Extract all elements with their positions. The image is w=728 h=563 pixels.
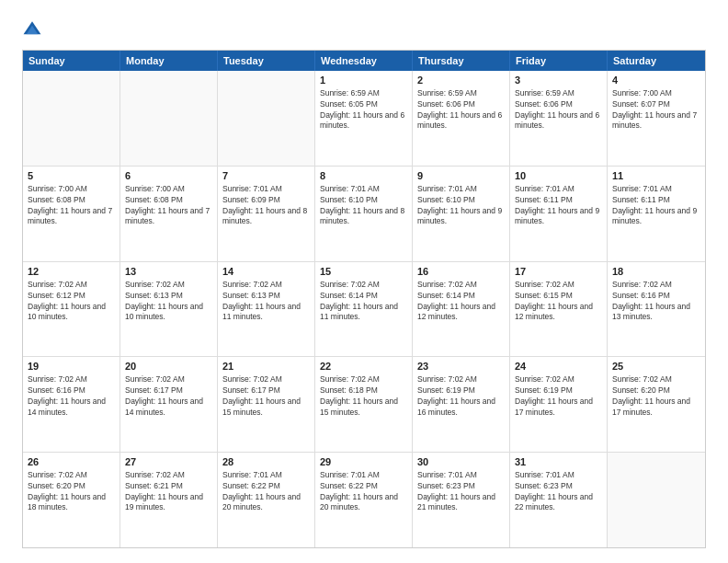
sunrise-text: Sunrise: 7:00 AM xyxy=(125,184,212,194)
sunrise-text: Sunrise: 7:01 AM xyxy=(612,184,700,194)
sunset-text: Sunset: 6:14 PM xyxy=(417,291,505,301)
calendar-row-2: 12Sunrise: 7:02 AMSunset: 6:12 PMDayligh… xyxy=(23,262,705,358)
daylight-text: Daylight: 11 hours and 9 minutes. xyxy=(417,206,505,226)
calendar-cell-day-22: 22Sunrise: 7:02 AMSunset: 6:18 PMDayligh… xyxy=(315,357,413,452)
day-number: 14 xyxy=(222,266,310,277)
day-number: 6 xyxy=(125,170,212,181)
daylight-text: Daylight: 11 hours and 16 minutes. xyxy=(417,396,505,417)
day-number: 3 xyxy=(515,75,602,86)
sunrise-text: Sunrise: 7:02 AM xyxy=(28,374,115,385)
day-number: 30 xyxy=(417,456,505,467)
daylight-text: Daylight: 11 hours and 15 minutes. xyxy=(222,396,310,417)
weekday-header-sunday: Sunday xyxy=(23,51,120,71)
daylight-text: Daylight: 11 hours and 17 minutes. xyxy=(612,396,700,417)
calendar-row-3: 19Sunrise: 7:02 AMSunset: 6:16 PMDayligh… xyxy=(23,357,705,453)
day-number: 17 xyxy=(515,266,602,277)
sunrise-text: Sunrise: 7:01 AM xyxy=(222,184,310,194)
calendar-cell-day-4: 4Sunrise: 7:00 AMSunset: 6:07 PMDaylight… xyxy=(608,71,705,166)
sunset-text: Sunset: 6:12 PM xyxy=(28,291,115,301)
sunrise-text: Sunrise: 7:01 AM xyxy=(320,184,407,194)
calendar-cell-day-18: 18Sunrise: 7:02 AMSunset: 6:16 PMDayligh… xyxy=(608,262,705,357)
sunset-text: Sunset: 6:09 PM xyxy=(222,195,310,205)
calendar-cell-day-23: 23Sunrise: 7:02 AMSunset: 6:19 PMDayligh… xyxy=(413,357,510,452)
calendar-cell-day-25: 25Sunrise: 7:02 AMSunset: 6:20 PMDayligh… xyxy=(608,357,705,452)
sunrise-text: Sunrise: 7:01 AM xyxy=(320,470,407,480)
day-number: 8 xyxy=(320,170,407,181)
daylight-text: Daylight: 11 hours and 9 minutes. xyxy=(612,206,700,226)
weekday-header-saturday: Saturday xyxy=(608,51,705,71)
sunrise-text: Sunrise: 7:02 AM xyxy=(320,374,407,385)
calendar-cell-day-31: 31Sunrise: 7:01 AMSunset: 6:23 PMDayligh… xyxy=(510,453,608,547)
sunrise-text: Sunrise: 7:02 AM xyxy=(417,280,505,290)
sunrise-text: Sunrise: 7:02 AM xyxy=(515,374,602,385)
daylight-text: Daylight: 11 hours and 14 minutes. xyxy=(125,396,212,417)
daylight-text: Daylight: 11 hours and 22 minutes. xyxy=(515,492,602,512)
day-number: 26 xyxy=(28,456,115,467)
sunrise-text: Sunrise: 7:02 AM xyxy=(320,280,407,290)
daylight-text: Daylight: 11 hours and 13 minutes. xyxy=(612,302,700,322)
calendar-body: 1Sunrise: 6:59 AMSunset: 6:05 PMDaylight… xyxy=(23,71,705,547)
day-number: 18 xyxy=(612,266,700,277)
sunset-text: Sunset: 6:10 PM xyxy=(417,195,505,205)
calendar-cell-day-30: 30Sunrise: 7:01 AMSunset: 6:23 PMDayligh… xyxy=(413,453,510,547)
weekday-header-thursday: Thursday xyxy=(413,51,510,71)
daylight-text: Daylight: 11 hours and 21 minutes. xyxy=(417,492,505,512)
sunrise-text: Sunrise: 7:01 AM xyxy=(417,470,505,480)
daylight-text: Daylight: 11 hours and 12 minutes. xyxy=(417,302,505,322)
sunset-text: Sunset: 6:20 PM xyxy=(612,385,700,396)
day-number: 16 xyxy=(417,266,505,277)
sunset-text: Sunset: 6:16 PM xyxy=(612,291,700,301)
sunrise-text: Sunrise: 6:59 AM xyxy=(515,88,602,98)
day-number: 5 xyxy=(28,170,115,181)
daylight-text: Daylight: 11 hours and 10 minutes. xyxy=(125,302,212,322)
calendar-cell-day-24: 24Sunrise: 7:02 AMSunset: 6:19 PMDayligh… xyxy=(510,357,608,452)
sunset-text: Sunset: 6:11 PM xyxy=(515,195,602,205)
sunset-text: Sunset: 6:13 PM xyxy=(222,291,310,301)
sunset-text: Sunset: 6:20 PM xyxy=(28,481,115,491)
sunrise-text: Sunrise: 7:02 AM xyxy=(125,280,212,290)
sunset-text: Sunset: 6:14 PM xyxy=(320,291,407,301)
weekday-header-tuesday: Tuesday xyxy=(218,51,315,71)
daylight-text: Daylight: 11 hours and 18 minutes. xyxy=(28,492,115,512)
calendar-cell-day-11: 11Sunrise: 7:01 AMSunset: 6:11 PMDayligh… xyxy=(608,167,705,261)
daylight-text: Daylight: 11 hours and 12 minutes. xyxy=(515,302,602,322)
calendar-row-0: 1Sunrise: 6:59 AMSunset: 6:05 PMDaylight… xyxy=(23,71,705,167)
sunrise-text: Sunrise: 7:02 AM xyxy=(417,374,505,385)
daylight-text: Daylight: 11 hours and 10 minutes. xyxy=(28,302,115,322)
sunset-text: Sunset: 6:07 PM xyxy=(612,99,700,109)
sunset-text: Sunset: 6:21 PM xyxy=(125,481,212,491)
sunset-text: Sunset: 6:05 PM xyxy=(320,99,407,109)
daylight-text: Daylight: 11 hours and 7 minutes. xyxy=(28,206,115,226)
sunrise-text: Sunrise: 7:01 AM xyxy=(222,470,310,480)
sunset-text: Sunset: 6:08 PM xyxy=(28,195,115,205)
sunrise-text: Sunrise: 7:02 AM xyxy=(515,280,602,290)
calendar-cell-empty xyxy=(218,71,315,166)
calendar-cell-day-5: 5Sunrise: 7:00 AMSunset: 6:08 PMDaylight… xyxy=(23,167,120,261)
sunset-text: Sunset: 6:11 PM xyxy=(612,195,700,205)
daylight-text: Daylight: 11 hours and 8 minutes. xyxy=(222,206,310,226)
daylight-text: Daylight: 11 hours and 20 minutes. xyxy=(320,492,407,512)
calendar-cell-empty xyxy=(23,71,120,166)
sunset-text: Sunset: 6:18 PM xyxy=(320,385,407,396)
calendar-cell-day-27: 27Sunrise: 7:02 AMSunset: 6:21 PMDayligh… xyxy=(120,453,218,547)
calendar-cell-empty xyxy=(608,453,705,547)
sunrise-text: Sunrise: 7:02 AM xyxy=(222,280,310,290)
sunset-text: Sunset: 6:17 PM xyxy=(222,385,310,396)
sunset-text: Sunset: 6:16 PM xyxy=(28,385,115,396)
header xyxy=(22,18,706,39)
day-number: 22 xyxy=(320,361,407,372)
day-number: 25 xyxy=(612,361,700,372)
day-number: 10 xyxy=(515,170,602,181)
calendar-cell-day-10: 10Sunrise: 7:01 AMSunset: 6:11 PMDayligh… xyxy=(510,167,608,261)
daylight-text: Daylight: 11 hours and 20 minutes. xyxy=(222,492,310,512)
daylight-text: Daylight: 11 hours and 14 minutes. xyxy=(28,396,115,417)
sunrise-text: Sunrise: 7:01 AM xyxy=(515,470,602,480)
calendar-cell-day-19: 19Sunrise: 7:02 AMSunset: 6:16 PMDayligh… xyxy=(23,357,120,452)
sunrise-text: Sunrise: 7:02 AM xyxy=(28,470,115,480)
calendar: SundayMondayTuesdayWednesdayThursdayFrid… xyxy=(22,50,706,548)
page: SundayMondayTuesdayWednesdayThursdayFrid… xyxy=(0,0,728,563)
calendar-cell-day-12: 12Sunrise: 7:02 AMSunset: 6:12 PMDayligh… xyxy=(23,262,120,357)
daylight-text: Daylight: 11 hours and 6 minutes. xyxy=(320,110,407,131)
day-number: 24 xyxy=(515,361,602,372)
daylight-text: Daylight: 11 hours and 11 minutes. xyxy=(222,302,310,322)
